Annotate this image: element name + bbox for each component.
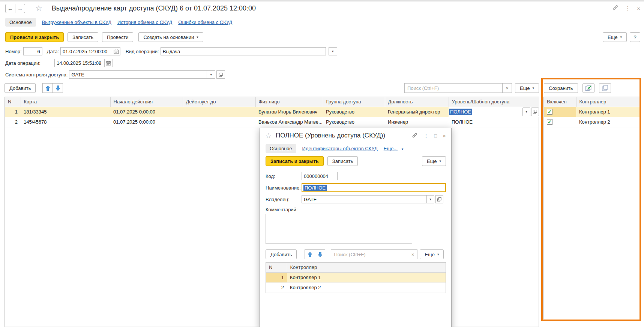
- col-controller: Контроллер: [287, 263, 446, 272]
- level-open-button[interactable]: [531, 108, 539, 116]
- dialog-more-button[interactable]: Еще ▾: [422, 156, 446, 166]
- favorite-star-icon[interactable]: ☆: [35, 4, 42, 13]
- tab-link-unloaded-objects[interactable]: Выгруженные объекты в СКУД: [42, 19, 111, 25]
- number-field[interactable]: 6: [23, 47, 42, 55]
- code-label: Код:: [266, 173, 302, 179]
- post-button[interactable]: Провести: [102, 32, 134, 42]
- tab-link-exchange-errors[interactable]: Ошибки обмена с СКУД: [178, 19, 232, 25]
- dialog-write-button[interactable]: Записать: [327, 156, 358, 166]
- arrow-down-icon: [56, 85, 60, 91]
- window-controls: ⋮ ×: [612, 4, 640, 12]
- table-row[interactable]: 2 Контроллер 2: [266, 282, 446, 293]
- open-icon: [533, 110, 537, 114]
- dialog-move-down-button[interactable]: [315, 249, 325, 259]
- chevron-down-icon: ▾: [332, 50, 334, 53]
- cards-header-row: N Карта Начало действия Действует до Физ…: [5, 97, 539, 107]
- help-button[interactable]: ?: [630, 32, 640, 42]
- checkbox-checked[interactable]: ✓: [547, 119, 552, 125]
- more-menu-icon[interactable]: ⋮: [423, 133, 428, 139]
- level-dropdown-button[interactable]: ▾: [522, 108, 530, 116]
- chevron-down-icon: ▾: [525, 110, 527, 113]
- date-calendar-button[interactable]: [112, 47, 120, 55]
- owner-open-button[interactable]: [435, 195, 443, 203]
- dialog-tab-identifiers[interactable]: Идентификаторы объектов СКУД: [302, 146, 378, 151]
- acs-open-button[interactable]: [216, 70, 225, 79]
- move-up-button[interactable]: [42, 83, 53, 93]
- operation-kind-dropdown-button[interactable]: ▾: [329, 47, 337, 55]
- tab-link-exchange-history[interactable]: История обмена с СКУД: [117, 19, 172, 25]
- move-down-button[interactable]: [53, 83, 63, 93]
- table-row[interactable]: 1 181/33345 01.07.2025 0:00:00 Булатов И…: [5, 107, 539, 117]
- operation-kind-label: Вид операции:: [126, 49, 159, 54]
- check-all-button[interactable]: [582, 83, 594, 93]
- level-editor-cell[interactable]: ПОЛНОЕ ▾: [449, 107, 539, 117]
- chevron-down-icon: ▾: [620, 36, 622, 39]
- get-link-icon[interactable]: [412, 132, 418, 139]
- dialog-controllers-header-row: N Контроллер: [266, 263, 446, 272]
- get-link-icon[interactable]: [612, 4, 618, 12]
- chevron-down-icon: ▾: [210, 73, 212, 76]
- favorite-star-icon[interactable]: ☆: [265, 131, 272, 140]
- enabled-cell[interactable]: ✓: [544, 107, 576, 117]
- table-row[interactable]: 1 Контроллер 1: [266, 272, 446, 282]
- table-row[interactable]: ✓ Контроллер 1: [544, 107, 640, 117]
- dialog-move-up-button[interactable]: [305, 249, 315, 259]
- dialog-controllers-table: N Контроллер 1 Контроллер 1 2 Контроллер…: [266, 262, 446, 293]
- search-clear-button[interactable]: ×: [502, 83, 512, 93]
- operation-date-calendar-button[interactable]: [104, 59, 113, 67]
- create-based-on-button[interactable]: Создать на основании ▾: [138, 32, 203, 42]
- dialog-command-bar: Записать и закрыть Записать Еще ▾: [260, 154, 451, 168]
- col-n: N: [5, 97, 21, 107]
- uncheck-all-button[interactable]: [599, 83, 611, 93]
- forward-button[interactable]: →: [15, 4, 25, 13]
- tab-main[interactable]: Основное: [5, 18, 36, 27]
- col-person: Физ лицо: [255, 97, 323, 107]
- more-menu-icon[interactable]: ⋮: [625, 5, 630, 12]
- cards-more-button[interactable]: Еще ▾: [515, 83, 539, 93]
- close-window-icon[interactable]: ×: [637, 5, 640, 12]
- maximize-icon[interactable]: □: [434, 133, 437, 139]
- command-bar: Провести и закрыть Записать Провести Соз…: [5, 32, 640, 42]
- dialog-search-clear-button[interactable]: ×: [408, 249, 417, 259]
- owner-dropdown-button[interactable]: ▾: [426, 195, 434, 203]
- acs-field[interactable]: GATE: [69, 70, 207, 79]
- back-button[interactable]: ←: [5, 4, 15, 13]
- close-dialog-icon[interactable]: ×: [443, 133, 446, 139]
- operation-kind-field[interactable]: Выдача: [161, 47, 326, 55]
- save-button[interactable]: Сохранить: [544, 83, 578, 93]
- owner-field[interactable]: GATE: [302, 195, 427, 203]
- chevron-down-icon: ▾: [429, 198, 431, 201]
- write-button[interactable]: Записать: [68, 32, 98, 42]
- cards-toolbar: Добавить Поиск (Ctrl+F) × Еще ▾: [5, 83, 539, 93]
- date-field[interactable]: 01.07.2025 12:00:00: [60, 47, 112, 55]
- dialog-add-row-button[interactable]: Добавить: [266, 249, 297, 259]
- dialog-tab-more[interactable]: Еще... ▾: [384, 146, 403, 151]
- checkbox-checked[interactable]: ✓: [547, 109, 552, 115]
- field-row-acs: Система контроля доступа: GATE ▾: [5, 70, 225, 79]
- more-button[interactable]: Еще ▾: [603, 32, 627, 42]
- add-row-button[interactable]: Добавить: [5, 83, 36, 93]
- selected-text: ПОЛНОЕ: [449, 109, 472, 115]
- open-icon: [219, 73, 223, 77]
- comment-textarea[interactable]: [266, 214, 412, 244]
- search-input[interactable]: Поиск (Ctrl+F): [404, 83, 503, 93]
- dialog-search-input[interactable]: Поиск (Ctrl+F): [331, 249, 408, 259]
- calendar-icon: [114, 49, 119, 54]
- code-field[interactable]: 000000004: [302, 172, 338, 180]
- table-row[interactable]: ✓ Контроллер 2: [544, 117, 640, 127]
- dialog-tab-main[interactable]: Основное: [266, 144, 296, 153]
- nav-tabs: Основное Выгруженные объекты в СКУД Исто…: [5, 17, 232, 27]
- open-icon: [437, 197, 441, 202]
- operation-date-field[interactable]: 14.08.2025 15:51:08: [54, 59, 105, 67]
- name-field[interactable]: ПОЛНОЕ: [302, 183, 446, 192]
- enabled-cell[interactable]: ✓: [544, 117, 576, 127]
- table-row[interactable]: 2 145/45678 01.07.2025 0:00:00 Ваньков А…: [5, 117, 539, 127]
- col-n: N: [266, 263, 287, 272]
- dialog-table-more-button[interactable]: Еще ▾: [420, 249, 444, 259]
- dialog-controllers-toolbar: Добавить Поиск (Ctrl+F) × Еще ▾: [260, 247, 451, 259]
- post-and-close-button[interactable]: Провести и закрыть: [5, 32, 64, 42]
- acs-dropdown-button[interactable]: ▾: [207, 70, 215, 79]
- save-and-close-button[interactable]: Записать и закрыть: [266, 156, 324, 166]
- copy-sheets-icon: [602, 85, 608, 91]
- selected-text: ПОЛНОЕ: [303, 185, 327, 191]
